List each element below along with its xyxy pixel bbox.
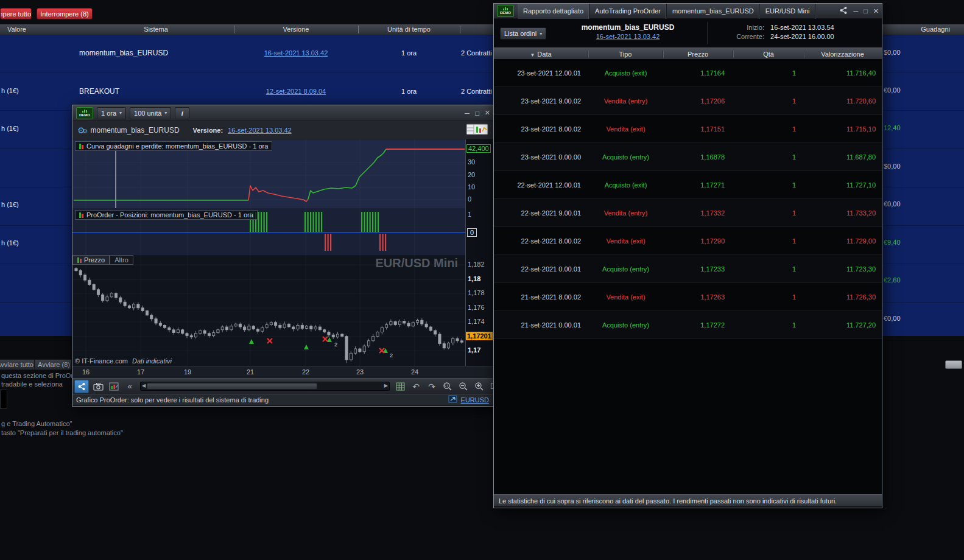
scroll-left-arrow[interactable]: ◀	[142, 383, 146, 388]
stop-running-button[interactable]: Interrompere (8)	[37, 8, 93, 19]
order-date: 21-set-2021 8.00.02	[494, 293, 588, 301]
order-row[interactable]: 22-set-2021 12.00.01Acquisto (exit)1,172…	[494, 171, 882, 199]
system-timeframe: 1 ora	[358, 88, 460, 95]
chevron-down-icon: ▾	[119, 110, 122, 116]
scroll-right-arrow[interactable]: ▶	[384, 383, 388, 388]
jump-to-start-button[interactable]: «	[123, 380, 136, 393]
report-chart-button[interactable]	[466, 123, 489, 138]
open-chart-button[interactable]	[448, 395, 457, 404]
tab-momentum-bias-eurusd[interactable]: momentum_bias_EURUSD	[667, 4, 760, 19]
column-header-sistema[interactable]: Sistema	[78, 24, 234, 35]
gears-icon: ⚙⚙	[77, 125, 86, 135]
time-axis[interactable]: 16171921222324	[72, 366, 493, 379]
order-row[interactable]: 22-set-2021 8.00.02Vendita (exit)1,17290…	[494, 227, 882, 255]
order-row[interactable]: 22-set-2021 0.00.01Acquisto (entry)1,172…	[494, 255, 882, 283]
stop-all-button[interactable]: Interrompere tutto	[0, 8, 32, 19]
tab-eur-usd-mini[interactable]: EUR/USD Mini	[760, 4, 816, 19]
order-qty: 1	[733, 69, 804, 77]
equity-pane[interactable]: Curva guadagni e perdite: momentum_bias_…	[72, 139, 465, 209]
start-button[interactable]: Avviare (8)	[34, 359, 72, 370]
symbol-link[interactable]: EURUSD	[461, 396, 489, 404]
price-axis[interactable]: 42,400 0 1,17201 30201001,1821,181,1781,…	[465, 139, 493, 366]
order-date: 23-set-2021 12.00.01	[494, 69, 588, 77]
positions-pane[interactable]: ProOrder - Posizioni: momentum_bias_EURU…	[72, 208, 465, 256]
close-button[interactable]: ✕	[873, 7, 879, 15]
price-axis-label: 1,178	[468, 289, 485, 296]
units-dropdown[interactable]: 100 unità ▾	[130, 107, 171, 119]
chart-scrollbar[interactable]: ◀ ▶	[140, 382, 390, 391]
last-price-box: 1,17201	[466, 332, 493, 340]
column-header-valorizzazione[interactable]: Valorizzazione	[804, 51, 881, 58]
version-link[interactable]: 16-set-2021 13.03.42	[228, 127, 292, 134]
column-header-qta[interactable]: Qtà	[733, 51, 804, 58]
close-button[interactable]: ✕	[485, 109, 490, 117]
price-candles: 22	[72, 255, 465, 366]
inizio-value: 16-set-2021 13.03.54	[770, 24, 834, 31]
price-pane[interactable]: 22 Prezzo Altro EUR/USD Mini © IT-Financ…	[72, 255, 465, 366]
tab-rapporto-dettagliato[interactable]: Rapporto dettagliato	[518, 4, 589, 19]
x-axis-label: 16	[80, 368, 92, 376]
system-name[interactable]: momentum_bias_EURUSD	[79, 49, 168, 57]
share-button[interactable]	[74, 380, 89, 393]
x-axis-label: 24	[409, 368, 421, 376]
maximize-button[interactable]: □	[475, 110, 479, 117]
zoom-previous-button[interactable]	[441, 380, 454, 393]
order-row[interactable]: 23-set-2021 8.00.02Vendita (exit)1,17151…	[494, 115, 882, 143]
maximize-button[interactable]: □	[864, 7, 868, 15]
timeframe-dropdown[interactable]: 1 ora ▾	[97, 107, 126, 119]
info-button[interactable]: i	[175, 107, 189, 119]
screenshot-button[interactable]	[91, 380, 105, 393]
orders-table-header: ▼Data Tipo Prezzo Qtà Valorizzazione	[494, 47, 882, 60]
minimize-button[interactable]: ─	[465, 110, 470, 117]
horizontal-scrollbar-fragment[interactable]	[945, 360, 962, 369]
minimize-button[interactable]: ─	[853, 7, 858, 15]
x-axis-label: 23	[354, 368, 366, 376]
order-row[interactable]: 22-set-2021 9.00.01Vendita (entry)1,1733…	[494, 199, 882, 227]
column-header-valore[interactable]: Valore	[7, 24, 26, 35]
z oom-in-button[interactable]	[473, 380, 486, 393]
tab-prezzo[interactable]: Prezzo	[72, 255, 110, 265]
chart-toolbar: « ◀ ▶ ↶ ↷	[72, 378, 493, 394]
order-row[interactable]: 21-set-2021 0.00.01Acquisto (entry)1,172…	[494, 311, 882, 339]
instrument-watermark: EUR/USD Mini	[375, 256, 458, 270]
tab-autotrading-proorder[interactable]: AutoTrading ProOrder	[589, 4, 667, 19]
redo-button[interactable]: ↷	[425, 380, 438, 393]
system-version-link[interactable]: 16-set-2021 13.03.42	[234, 49, 358, 57]
order-row[interactable]: 23-set-2021 12.00.01Acquisto (exit)1,171…	[494, 59, 882, 87]
column-header-versione[interactable]: Versione	[234, 24, 358, 35]
order-list-dropdown[interactable]: Lista ordini ▾	[500, 27, 546, 40]
undo-button[interactable]: ↶	[409, 380, 423, 393]
chart-export-button[interactable]	[107, 380, 121, 393]
column-header-tipo[interactable]: Tipo	[588, 51, 663, 58]
column-header-guadagni[interactable]: Guadagni	[877, 24, 950, 35]
column-header-data[interactable]: ▼Data	[494, 51, 588, 58]
system-version-link[interactable]: 12-set-2021 8.09.04	[234, 88, 358, 95]
equity-axis-label: 30	[468, 158, 475, 166]
equity-legend[interactable]: Curva guadagni e perdite: momentum_bias_…	[75, 141, 272, 151]
column-header-prezzo[interactable]: Prezzo	[663, 51, 733, 58]
copyright-text: © IT-Finance.com	[75, 357, 128, 365]
gain-value: $0,00	[884, 163, 901, 170]
order-row[interactable]: 23-set-2021 0.00.00Acquisto (entry)1,168…	[494, 143, 882, 171]
column-header-unita[interactable]: Unità di tempo	[358, 24, 460, 35]
order-value: 11.727,10	[804, 181, 881, 189]
zoom-out-button[interactable]	[457, 380, 470, 393]
start-all-button[interactable]: Avviare tutto	[0, 359, 37, 370]
order-row[interactable]: 23-set-2021 9.00.02Vendita (entry)1,1720…	[494, 87, 882, 115]
order-price: 1,16878	[663, 153, 733, 161]
tab-altro[interactable]: Altro	[110, 255, 133, 265]
share-button[interactable]	[839, 6, 848, 16]
system-name[interactable]: BREAKOUT	[79, 87, 119, 96]
svg-text:2: 2	[334, 341, 337, 348]
report-version-link[interactable]: 16-set-2021 13.03.42	[543, 33, 713, 40]
positions-legend[interactable]: ProOrder - Posizioni: momentum_bias_EURU…	[75, 210, 258, 220]
data-table-button[interactable]	[393, 380, 407, 393]
report-tabs: Rapporto dettagliatoAutoTrading ProOrder…	[518, 4, 816, 19]
order-row[interactable]: 21-set-2021 8.00.02Vendita (exit)1,17263…	[494, 283, 882, 311]
order-type: Acquisto (entry)	[588, 265, 663, 273]
price-pane-tabs: Prezzo Altro	[72, 255, 133, 265]
price-axis-label: 1,17	[468, 346, 480, 354]
equity-axis-label: 10	[468, 183, 475, 191]
scrollbar-thumb[interactable]	[147, 383, 317, 390]
chart-window-titlebar: DEMO 1 ora ▾ 100 unità ▾ i ─ □ ✕	[72, 105, 494, 121]
